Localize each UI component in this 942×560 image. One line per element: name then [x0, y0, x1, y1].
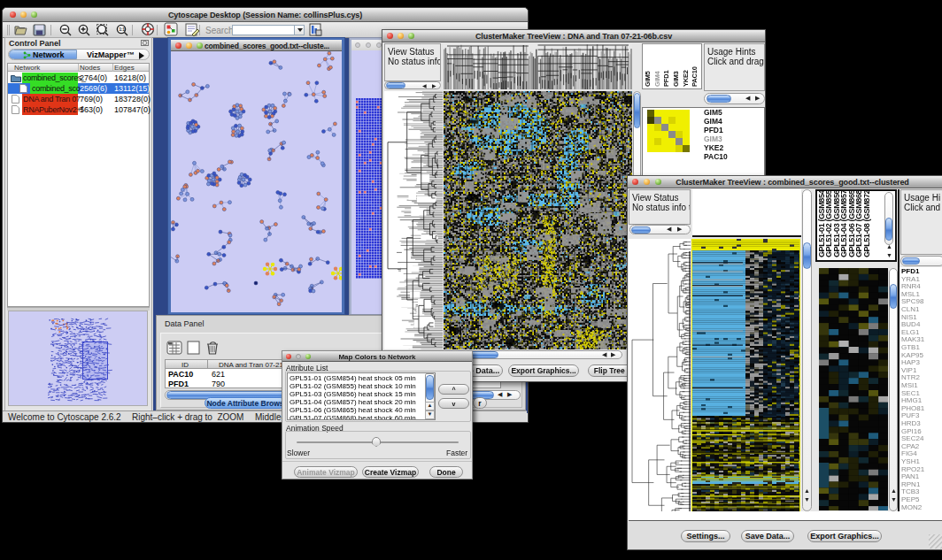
svg-text:1:1: 1:1 — [120, 27, 126, 32]
